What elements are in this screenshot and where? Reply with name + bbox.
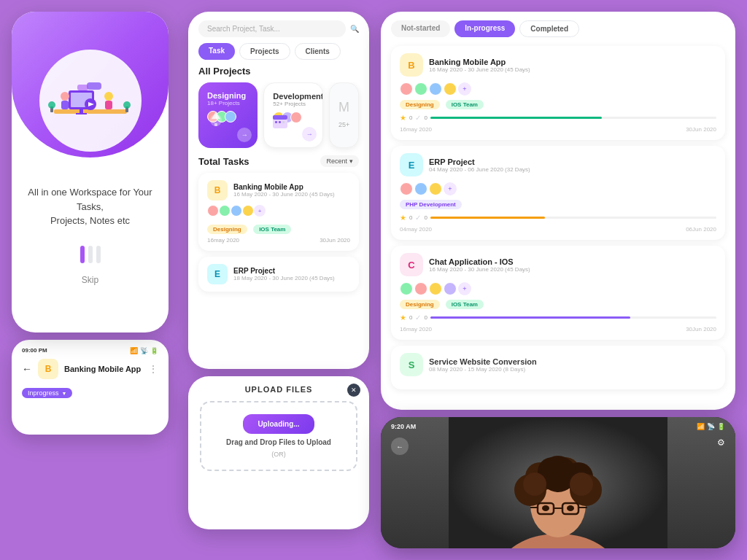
tab-clients[interactable]: Clients (295, 43, 341, 60)
task-header: ← B Banking Mobile App ⋮ (22, 359, 158, 379)
project-card-designing[interactable]: Designing 18+ Projects → (198, 82, 258, 148)
pli-service-icon: S (400, 353, 423, 376)
proj-item-service[interactable]: S Service Website Conversion 08 May 2020… (391, 346, 725, 389)
task-banking-dates: 16 May 2020 - 30 June 2020 (45 Days) (233, 191, 335, 198)
check-count: 0 (424, 314, 427, 321)
pli-end-date: 30Jun 2020 (686, 326, 716, 332)
task-card-banking[interactable]: B Banking Mobile App 16 May 2020 - 30 Ju… (198, 173, 359, 251)
pli-chat-header: C Chat Application - IOS 16 May 2020 - 3… (400, 253, 716, 276)
calendar-icon (271, 112, 289, 130)
back-button[interactable]: ← (22, 363, 32, 375)
erp-title: ERP Project (233, 267, 335, 275)
add-avatar-button[interactable]: + (444, 182, 457, 195)
skip-button[interactable]: Skip (12, 269, 169, 291)
video-settings-button[interactable]: ⚙ (717, 438, 725, 448)
check-icon: ✓ (415, 314, 421, 322)
avatar (414, 182, 427, 195)
pli-service-title: Service Website Conversion (429, 357, 716, 366)
recent-filter-button[interactable]: Recent ▾ (320, 155, 359, 167)
task-card-erp[interactable]: E ERP Project 18 May 2020 - 30 June 2020… (198, 257, 359, 292)
search-input[interactable]: Search Project, Task... (198, 20, 346, 37)
proj-item-erp[interactable]: E ERP Project 04 May 2020 - 06 June 2020… (391, 146, 725, 240)
pli-erp-dates-footer: 04may 2020 06Jun 2020 (400, 226, 716, 233)
video-person-illustration (381, 417, 735, 548)
video-notch: 9:20 AM 📶 📡 🔋 (391, 423, 725, 430)
progress-bar-bg (430, 117, 716, 119)
svg-rect-8 (105, 101, 112, 109)
task-start-date: 16may 2020 (207, 237, 239, 244)
pli-banking-title: Banking Mobile App (429, 58, 716, 66)
pli-start-date: 16may 2020 (400, 126, 432, 133)
tab-not-started[interactable]: Not-started (391, 20, 450, 37)
projects-row: Designing 18+ Projects → (188, 82, 369, 155)
add-avatar-button[interactable]: + (458, 282, 471, 295)
add-member-icon[interactable]: + (254, 205, 266, 217)
check-icon: ✓ (415, 214, 421, 222)
project-card-development[interactable]: Development 52+ Projects → (263, 82, 323, 148)
tab-in-progress[interactable]: In-progress (454, 20, 515, 37)
tab-completed[interactable]: Completed (519, 20, 579, 37)
avatar (429, 282, 442, 295)
search-icon[interactable]: 🔍 (350, 25, 359, 33)
pli-service-info: Service Website Conversion 08 May 2020 -… (429, 357, 716, 373)
more-options-button[interactable]: ⋮ (148, 363, 158, 375)
add-avatar-button[interactable]: + (458, 82, 471, 96)
status-badge[interactable]: Inprogress ▼ (22, 388, 72, 398)
avatar (414, 82, 427, 96)
progress-bar-fill (430, 316, 630, 319)
proj-arrow-icon[interactable]: → (237, 128, 252, 142)
upload-dropzone[interactable]: Uploading... Drag and Drop Files to Uplo… (200, 401, 357, 471)
phone-project-list: Not-started In-progress Completed B Bank… (381, 12, 735, 410)
pli-erp-tags: PHP Development (400, 200, 716, 209)
pli-banking-header: B Banking Mobile App 16 May 2020 - 30 Ju… (400, 53, 716, 77)
project-card-more[interactable]: M25+ (329, 82, 359, 148)
star-count: 0 (409, 114, 412, 121)
proj-item-banking[interactable]: B Banking Mobile App 16 May 2020 - 30 Ju… (391, 46, 725, 140)
pli-erp-progress-row: ★ 0 ✓ 0 (400, 214, 716, 222)
drag-drop-text: Drag and Drop Files to Upload (226, 438, 331, 446)
avatar (444, 282, 457, 295)
pli-chat-progress-row: ★ 0 ✓ 0 (400, 314, 716, 322)
task-banking-title: Banking Mobile App (233, 183, 335, 191)
progress-bar-bg (430, 217, 716, 219)
task-name: Banking Mobile App (64, 365, 141, 373)
task-banking-tags: Designing IOS Team (207, 221, 350, 234)
wifi-icon-sm: 📶 (130, 347, 138, 354)
uploading-button[interactable]: Uploading... (243, 414, 314, 434)
svg-rect-23 (279, 121, 281, 123)
close-button[interactable]: ✕ (347, 384, 360, 397)
left-column: 09:00 PM 📶 📱 🔋 (12, 12, 179, 548)
progress-bar-fill (430, 217, 545, 219)
star-icon: ★ (400, 214, 406, 222)
avatar (219, 205, 231, 217)
lamp-icon (206, 107, 226, 128)
wifi-icon-video: 📶 (697, 423, 705, 430)
phone-onboarding: 09:00 PM 📶 📱 🔋 (12, 12, 169, 332)
proj-item-chat[interactable]: C Chat Application - IOS 16 May 2020 - 3… (391, 246, 725, 340)
svg-point-37 (570, 472, 593, 496)
pli-banking-info: Banking Mobile App 16 May 2020 - 30 June… (429, 58, 716, 73)
pli-chat-dates: 16 May 2020 - 30 June 2020 (45 Days) (429, 266, 716, 273)
erp-dates: 18 May 2020 - 30 June 2020 (45 Days) (233, 275, 335, 281)
middle-column: Search Project, Task... 🔍 Task Projects … (188, 12, 372, 548)
proj-dev-arrow-icon[interactable]: → (302, 127, 317, 141)
pli-banking-tags: Designing IOS Team (400, 100, 716, 109)
task-card-header: B Banking Mobile App 16 May 2020 - 30 Ju… (207, 180, 350, 201)
tab-projects[interactable]: Projects (239, 43, 290, 60)
status-text: Inprogress (28, 389, 59, 397)
total-tasks-header: Total Tasks Recent ▾ (188, 155, 369, 173)
phone-task-detail: 09:00 PM 📶 📡 🔋 ← B Banking Mobile App ⋮ … (12, 340, 169, 435)
svg-rect-22 (275, 121, 277, 123)
check-icon: ✓ (415, 114, 421, 122)
task-banking-icon: B (207, 180, 228, 201)
tag-ios: IOS Team (253, 225, 291, 234)
tab-task[interactable]: Task (198, 43, 235, 60)
svg-rect-21 (273, 115, 287, 120)
video-top-bar: 9:20 AM 📶 📡 🔋 (381, 417, 735, 436)
avatar (429, 182, 442, 195)
dot-2 (88, 246, 93, 263)
avatar (231, 205, 242, 217)
task-erp-icon: E (207, 264, 228, 284)
video-back-button[interactable]: ← (391, 438, 409, 455)
avatar (444, 82, 457, 96)
